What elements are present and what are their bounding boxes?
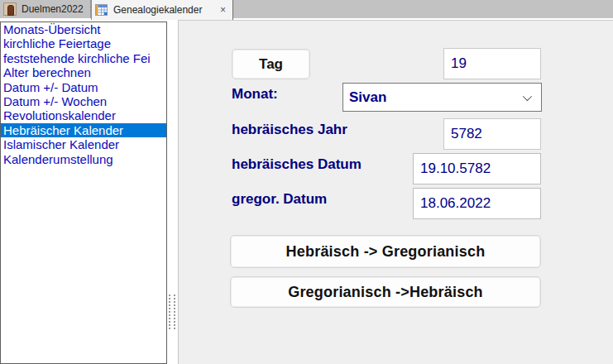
tag-button[interactable]: Tag — [232, 49, 310, 79]
sidebar-item-islamischer-kalender[interactable]: Islamischer Kalender — [1, 137, 166, 151]
chevron-down-icon — [523, 91, 532, 100]
hebraeisches-jahr-label: hebräisches Jahr — [232, 122, 347, 138]
hebraeisches-datum-label: hebräisches Datum — [232, 156, 362, 173]
sidebar-item-hebraeischer-kalender[interactable]: Hebräischer Kalender — [1, 123, 166, 137]
monat-select[interactable]: Sivan — [342, 83, 542, 112]
splitter-grip-icon — [169, 295, 175, 329]
hebraeisches-datum-input[interactable] — [413, 153, 541, 184]
sidebar-item-alter-berechnen[interactable]: Alter berechnen — [1, 65, 166, 79]
close-icon[interactable]: × — [218, 5, 227, 15]
sidebar-item-kirchliche-feiertage[interactable]: kirchliche Feiertage — [1, 36, 166, 50]
sidebar-item-datum-plus-minus-datum[interactable]: Datum +/- Datum — [1, 80, 166, 94]
sidebar-splitter[interactable] — [167, 22, 178, 364]
hebrew-calendar-panel: Tag Monat: Sivan hebräisches Jahr hebräi… — [178, 20, 613, 364]
hebraeisches-jahr-input[interactable] — [443, 118, 541, 150]
sidebar-item-monats-uebersicht[interactable]: Monats-Übersicht — [1, 22, 166, 36]
tab-label: Genealogiekalender — [113, 4, 202, 16]
building-icon — [3, 2, 17, 16]
tag-input[interactable] — [443, 48, 541, 79]
tab-genealogiekalender[interactable]: Genealogiekalender × — [91, 0, 233, 20]
gregor-datum-input[interactable] — [413, 188, 541, 219]
sidebar-item-kalenderumstellung[interactable]: Kalenderumstellung — [1, 152, 166, 166]
sidebar-item-revolutionskalender[interactable]: Revolutionskalender — [1, 108, 166, 122]
gregor-datum-label: gregor. Datum — [232, 191, 327, 208]
monat-selected-value: Sivan — [349, 89, 386, 106]
gregorianisch-to-hebraeisch-button[interactable]: Gregorianisch ->Hebräisch — [230, 276, 541, 308]
sidebar-item-datum-plus-minus-wochen[interactable]: Datum +/- Wochen — [1, 94, 166, 108]
monat-label: Monat: — [232, 86, 278, 103]
calendar-function-list: Monats-Übersicht kirchliche Feiertage fe… — [0, 22, 167, 364]
sidebar-item-feststehende-kirchliche-feiertage[interactable]: feststehende kirchliche Fei — [1, 51, 166, 65]
hebraeisch-to-gregorianisch-button[interactable]: Hebräisch -> Gregorianisch — [230, 235, 541, 268]
table-icon — [95, 3, 108, 17]
tab-label: Duelmen2022 — [22, 3, 84, 15]
tab-duelmen2022[interactable]: Duelmen2022 × — [0, 0, 91, 18]
